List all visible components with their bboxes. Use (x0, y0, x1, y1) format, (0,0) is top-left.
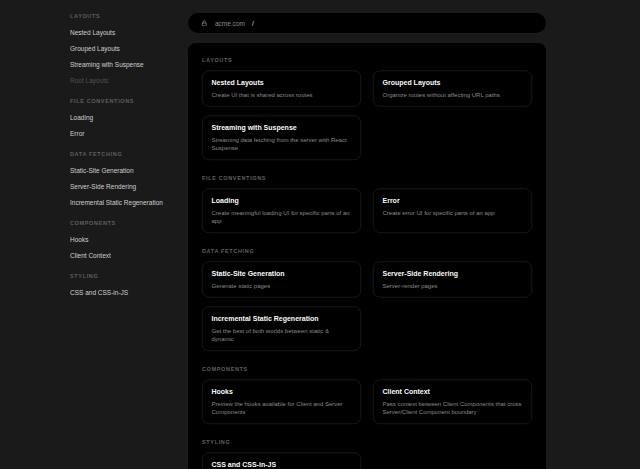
card-grid: Hooks Preview the hooks available for Cl… (202, 380, 532, 425)
sidebar-section-data-fetching: DATA FETCHING Static-Site Generation Ser… (70, 146, 186, 210)
card-grid: Nested Layouts Create UI that is shared … (202, 71, 532, 161)
address-path: / (252, 19, 254, 27)
card-description: Create meaningful loading UI for specifi… (212, 209, 352, 226)
panel-section-label: STYLING (202, 439, 532, 445)
card-title: Loading (212, 196, 352, 205)
card-description: Preview the hooks available for Client a… (212, 400, 352, 417)
card-css-and-css-in-js[interactable]: CSS and CSS-in-JS Preview the supported … (202, 453, 361, 469)
sidebar-item-static-site-generation[interactable]: Static-Site Generation (70, 162, 186, 178)
sidebar-section-label: FILE CONVENTIONS (70, 93, 186, 109)
panel-section-layouts: LAYOUTS Nested Layouts Create UI that is… (202, 57, 532, 160)
app-window: LAYOUTS Nested Layouts Grouped Layouts S… (0, 0, 640, 469)
sidebar-item-loading[interactable]: Loading (70, 109, 186, 125)
panel-section-label: COMPONENTS (202, 366, 532, 372)
panel-section-label: FILE CONVENTIONS (202, 175, 532, 181)
card-error[interactable]: Error Create error UI for specific parts… (373, 189, 532, 234)
sidebar-section-components: COMPONENTS Hooks Client Context (70, 215, 186, 263)
sidebar-item-error[interactable]: Error (70, 125, 186, 141)
main-column: acme.com / LAYOUTS Nested Layouts Create… (188, 13, 546, 469)
card-loading[interactable]: Loading Create meaningful loading UI for… (202, 189, 361, 234)
card-title: Streaming with Suspense (212, 123, 352, 132)
sidebar-section-label: COMPONENTS (70, 215, 186, 231)
lock-icon (201, 20, 208, 27)
sidebar-section-styling: STYLING CSS and CSS-in-JS (70, 268, 186, 300)
panel-section-styling: STYLING CSS and CSS-in-JS Preview the su… (202, 439, 532, 469)
card-client-context[interactable]: Client Context Pass context between Clie… (373, 380, 532, 425)
card-description: Streaming data fetching from the server … (212, 136, 352, 153)
card-description: Generate static pages (212, 282, 352, 291)
sidebar-section-layouts: LAYOUTS Nested Layouts Grouped Layouts S… (70, 8, 186, 88)
sidebar-item-server-side-rendering[interactable]: Server-Side Rendering (70, 178, 186, 194)
panel-section-label: LAYOUTS (202, 57, 532, 63)
card-title: Grouped Layouts (383, 78, 523, 87)
sidebar-item-root-layouts: Root Layouts (70, 72, 186, 88)
card-title: Static-Site Generation (212, 269, 352, 278)
card-title: Client Context (383, 387, 523, 396)
card-description: Create error UI for specific parts of an… (383, 209, 523, 218)
card-description: Organize routes without affecting URL pa… (383, 91, 523, 100)
card-incremental-static-regeneration[interactable]: Incremental Static Regeneration Get the … (202, 307, 361, 352)
card-grid: Loading Create meaningful loading UI for… (202, 189, 532, 234)
sidebar-item-client-context[interactable]: Client Context (70, 247, 186, 263)
card-title: Incremental Static Regeneration (212, 314, 352, 323)
card-server-side-rendering[interactable]: Server-Side Rendering Server-render page… (373, 262, 532, 298)
address-bar: acme.com / (188, 13, 546, 33)
sidebar-item-nested-layouts[interactable]: Nested Layouts (70, 24, 186, 40)
content-panel: LAYOUTS Nested Layouts Create UI that is… (188, 43, 546, 469)
card-grid: CSS and CSS-in-JS Preview the supported … (202, 453, 532, 469)
panel-section-label: DATA FETCHING (202, 248, 532, 254)
sidebar-item-css-and-css-in-js[interactable]: CSS and CSS-in-JS (70, 284, 186, 300)
sidebar-item-streaming-with-suspense[interactable]: Streaming with Suspense (70, 56, 186, 72)
card-streaming-with-suspense[interactable]: Streaming with Suspense Streaming data f… (202, 116, 361, 161)
sidebar-section-label: STYLING (70, 268, 186, 284)
panel-section-data-fetching: DATA FETCHING Static-Site Generation Gen… (202, 248, 532, 351)
sidebar-item-incremental-static-regeneration[interactable]: Incremental Static Regeneration (70, 194, 186, 210)
sidebar-section-file-conventions: FILE CONVENTIONS Loading Error (70, 93, 186, 141)
sidebar: LAYOUTS Nested Layouts Grouped Layouts S… (70, 8, 186, 300)
panel-section-components: COMPONENTS Hooks Preview the hooks avail… (202, 366, 532, 424)
card-grid: Static-Site Generation Generate static p… (202, 262, 532, 352)
address-domain: acme.com (215, 19, 245, 27)
sidebar-item-hooks[interactable]: Hooks (70, 231, 186, 247)
card-title: Server-Side Rendering (383, 269, 523, 278)
card-title: CSS and CSS-in-JS (212, 460, 352, 469)
panel-section-file-conventions: FILE CONVENTIONS Loading Create meaningf… (202, 175, 532, 233)
card-title: Error (383, 196, 523, 205)
card-nested-layouts[interactable]: Nested Layouts Create UI that is shared … (202, 71, 361, 107)
sidebar-section-label: LAYOUTS (70, 8, 186, 24)
card-grouped-layouts[interactable]: Grouped Layouts Organize routes without … (373, 71, 532, 107)
card-title: Hooks (212, 387, 352, 396)
card-description: Server-render pages (383, 282, 523, 291)
card-title: Nested Layouts (212, 78, 352, 87)
card-static-site-generation[interactable]: Static-Site Generation Generate static p… (202, 262, 361, 298)
sidebar-section-label: DATA FETCHING (70, 146, 186, 162)
sidebar-item-grouped-layouts[interactable]: Grouped Layouts (70, 40, 186, 56)
card-description: Get the best of both worlds between stat… (212, 327, 352, 344)
card-hooks[interactable]: Hooks Preview the hooks available for Cl… (202, 380, 361, 425)
card-description: Create UI that is shared across routes (212, 91, 352, 100)
card-description: Pass context between Client Components t… (383, 400, 523, 417)
